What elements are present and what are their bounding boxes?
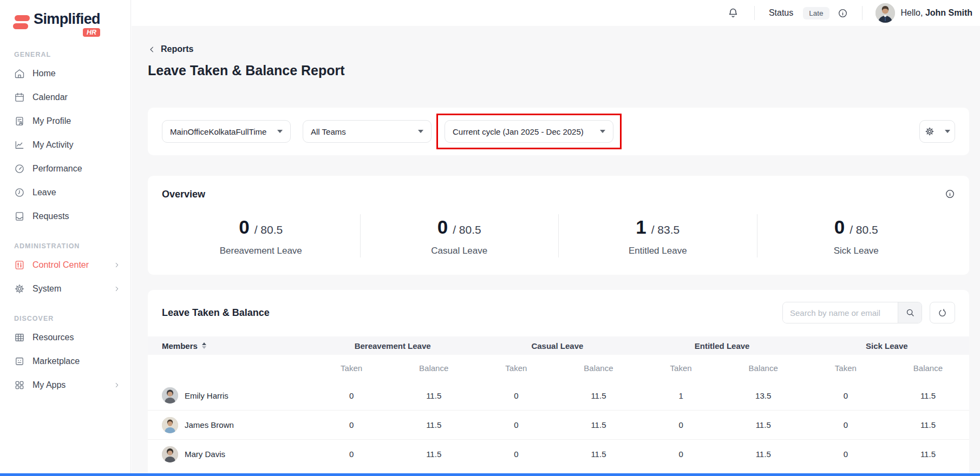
member-name: Emily Harris: [185, 391, 228, 400]
sub-header-balance: Balance: [557, 363, 639, 373]
sidebar-item-label: Performance: [32, 164, 82, 174]
member-name: James Brown: [185, 420, 234, 429]
stat-label: Bereavement Leave: [162, 246, 360, 256]
notifications-button[interactable]: [727, 7, 739, 19]
chevron-right-icon: [113, 261, 121, 269]
user-menu[interactable]: Hello, John Smith: [876, 3, 972, 23]
chevron-down-icon: [277, 130, 283, 133]
page-title: Leave Taken & Balance Report: [148, 63, 969, 78]
search-box: [782, 302, 922, 323]
leave-value-cell: 11.5: [557, 449, 639, 459]
stat-total: / 80.5: [254, 223, 283, 236]
sub-header-balance: Balance: [722, 363, 805, 373]
profile-document-icon: [14, 116, 25, 127]
column-group-casual: Casual Leave: [475, 341, 639, 351]
leave-value-cell: 11.5: [887, 420, 969, 429]
chevron-left-icon: [148, 45, 156, 54]
clock-icon: [14, 187, 25, 198]
sidebar-item-label: My Profile: [32, 116, 71, 126]
search-button[interactable]: [898, 302, 922, 323]
sidebar: Simplified HR GENERAL Home Calendar My P…: [0, 0, 131, 476]
greeting-prefix: Hello,: [901, 8, 923, 17]
avatar: [162, 417, 178, 433]
stat-taken: 0: [834, 216, 845, 238]
stat-bereavement-leave: 0/ 80.5 Bereavement Leave: [162, 214, 360, 257]
table-group-header: Members Bereavement Leave Casual Leave E…: [148, 336, 969, 355]
sidebar-item-marketplace[interactable]: Marketplace: [0, 349, 130, 373]
sub-header-balance: Balance: [393, 363, 475, 373]
leave-value-cell: 11.5: [393, 420, 475, 429]
status-info-button[interactable]: [838, 8, 848, 18]
sidebar-section-general: GENERAL: [0, 51, 130, 62]
sidebar-item-label: Control Center: [32, 260, 89, 270]
robot-face-icon: [14, 356, 25, 367]
leave-value-cell: 11.5: [722, 420, 805, 429]
leave-value-cell: 0: [310, 449, 393, 459]
search-icon: [905, 308, 915, 318]
sidebar-item-label: My Apps: [32, 380, 66, 390]
bell-icon: [727, 7, 739, 19]
sidebar-item-control-center[interactable]: Control Center: [0, 253, 130, 277]
search-input[interactable]: [783, 302, 898, 323]
leave-value-cell: 0: [640, 420, 722, 429]
filter-bar: MainOfficeKolkataFullTime All Teams Curr…: [148, 108, 969, 155]
sidebar-section-discover: DISCOVER: [0, 315, 130, 326]
sidebar-item-leave[interactable]: Leave: [0, 181, 130, 204]
sidebar-item-requests[interactable]: Requests: [0, 204, 130, 228]
sidebar-item-calendar[interactable]: Calendar: [0, 85, 130, 109]
table-title: Leave Taken & Balance: [162, 307, 270, 319]
info-icon: [838, 8, 848, 18]
home-icon: [14, 68, 25, 79]
leave-value-cell: 11.5: [393, 391, 475, 400]
sidebar-item-my-apps[interactable]: My Apps: [0, 373, 130, 397]
sub-header-taken: Taken: [805, 363, 887, 373]
apps-grid-icon: [14, 380, 25, 391]
members-header-label: Members: [162, 341, 198, 351]
team-filter-value: All Teams: [311, 127, 346, 136]
table-row[interactable]: Emily Harris 0 11.5 0 11.5 1 13.5 0 11.5: [148, 381, 969, 410]
leave-value-cell: 0: [475, 391, 557, 400]
table-row[interactable]: Mary Davis 0 11.5 0 11.5 0 11.5 0 11.5: [148, 439, 969, 468]
bottom-accent-bar: [0, 473, 980, 476]
brand-name: Simplified: [34, 11, 100, 28]
sidebar-item-my-activity[interactable]: My Activity: [0, 133, 130, 157]
refresh-button[interactable]: [930, 302, 955, 323]
sidebar-item-home[interactable]: Home: [0, 62, 130, 85]
table-row[interactable]: James Brown 0 11.5 0 11.5 0 11.5 0 11.5: [148, 410, 969, 439]
members-column-header[interactable]: Members: [148, 341, 310, 351]
leave-value-cell: 13.5: [722, 391, 805, 400]
overview-stats: 0/ 80.5 Bereavement Leave 0/ 80.5 Casual…: [162, 214, 955, 257]
sidebar-item-system[interactable]: System: [0, 277, 130, 301]
sidebar-item-performance[interactable]: Performance: [0, 157, 130, 181]
table-grid-icon: [14, 332, 25, 343]
sidebar-item-resources[interactable]: Resources: [0, 326, 130, 349]
sort-icon: [202, 342, 206, 349]
report-settings-button[interactable]: [919, 120, 955, 143]
group-filter-dropdown[interactable]: MainOfficeKolkataFullTime: [162, 120, 291, 143]
leave-value-cell: 0: [805, 449, 887, 459]
stat-taken: 0: [437, 216, 448, 238]
sub-header-balance: Balance: [887, 363, 969, 373]
column-group-sick: Sick Leave: [805, 341, 969, 351]
team-filter-dropdown[interactable]: All Teams: [303, 120, 432, 143]
requests-inbox-icon: [14, 211, 25, 222]
gear-icon: [14, 283, 25, 294]
status-badge: Late: [803, 7, 829, 19]
chevron-down-icon: [418, 130, 423, 133]
sidebar-item-label: Calendar: [32, 92, 68, 102]
topbar-divider: [754, 6, 755, 20]
cycle-filter-dropdown[interactable]: Current cycle (Jan 2025 - Dec 2025): [445, 120, 613, 143]
sidebar-item-my-profile[interactable]: My Profile: [0, 109, 130, 133]
sidebar-item-label: Requests: [32, 211, 69, 221]
sidebar-item-label: Resources: [32, 333, 74, 342]
stat-entitled-leave: 1/ 83.5 Entitled Leave: [558, 214, 757, 257]
leave-value-cell: 11.5: [887, 449, 969, 459]
chevron-right-icon: [113, 381, 121, 389]
overview-info-button[interactable]: [945, 189, 955, 199]
stat-label: Sick Leave: [757, 246, 956, 256]
cycle-filter-value: Current cycle (Jan 2025 - Dec 2025): [453, 127, 584, 136]
sliders-icon: [14, 260, 25, 270]
breadcrumb[interactable]: Reports: [148, 44, 193, 54]
leave-value-cell: 11.5: [722, 449, 805, 459]
sub-header-taken: Taken: [310, 363, 393, 373]
